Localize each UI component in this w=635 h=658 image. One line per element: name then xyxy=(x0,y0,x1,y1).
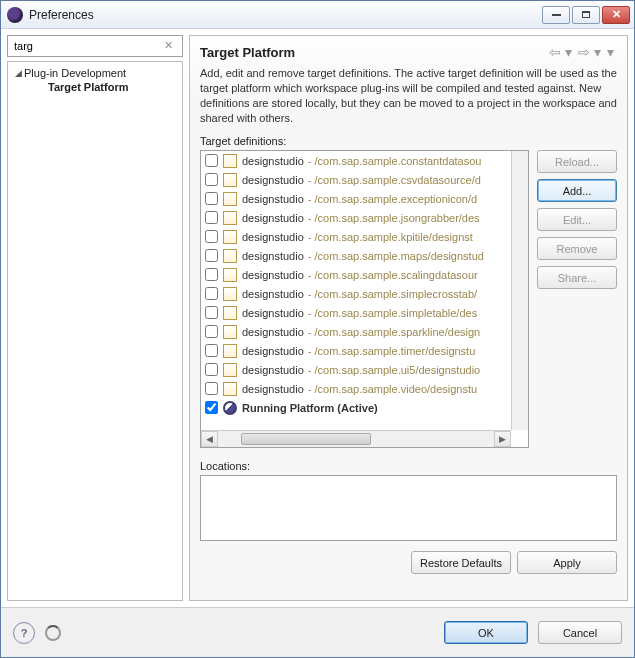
target-checkbox[interactable] xyxy=(205,306,218,319)
target-path: - /com.sap.sample.kpitile/designst xyxy=(308,231,473,243)
target-name: designstudio xyxy=(242,269,304,281)
progress-icon xyxy=(45,625,61,641)
target-checkbox[interactable] xyxy=(205,325,218,338)
cancel-button[interactable]: Cancel xyxy=(538,621,622,644)
restore-defaults-button[interactable]: Restore Defaults xyxy=(411,551,511,574)
target-checkbox[interactable] xyxy=(205,230,218,243)
scroll-left-icon[interactable]: ◀ xyxy=(201,431,218,447)
target-definition-row[interactable]: designstudio - /com.sap.sample.sparkline… xyxy=(201,322,511,341)
target-definition-row[interactable]: Running Platform (Active) xyxy=(201,398,511,417)
preference-tree[interactable]: ◢ Plug-in Development Target Platform xyxy=(7,61,183,601)
target-path: - /com.sap.sample.ui5/designstudio xyxy=(308,364,480,376)
page-title: Target Platform xyxy=(200,45,546,60)
target-name: designstudio xyxy=(242,193,304,205)
target-checkbox[interactable] xyxy=(205,382,218,395)
target-name: designstudio xyxy=(242,307,304,319)
target-checkbox[interactable] xyxy=(205,249,218,262)
target-checkbox[interactable] xyxy=(205,363,218,376)
target-definition-row[interactable]: designstudio - /com.sap.sample.csvdataso… xyxy=(201,170,511,189)
target-checkbox[interactable] xyxy=(205,344,218,357)
target-file-icon xyxy=(222,305,238,321)
menu-icon[interactable]: ▾ xyxy=(604,44,617,60)
target-checkbox[interactable] xyxy=(205,211,218,224)
target-name: designstudio xyxy=(242,155,304,167)
scroll-right-icon[interactable]: ▶ xyxy=(494,431,511,447)
target-definitions-list[interactable]: designstudio - /com.sap.sample.constantd… xyxy=(200,150,529,448)
minimize-button[interactable] xyxy=(542,6,570,24)
target-file-icon xyxy=(222,267,238,283)
target-checkbox[interactable] xyxy=(205,287,218,300)
target-file-icon xyxy=(222,229,238,245)
edit-button[interactable]: Edit... xyxy=(537,208,617,231)
platform-icon xyxy=(222,400,238,416)
target-definition-row[interactable]: designstudio - /com.sap.sample.video/des… xyxy=(201,379,511,398)
content-panel: Target Platform ⇦ ▾ ⇨ ▾ ▾ Add, edit and … xyxy=(189,35,628,601)
target-path: - /com.sap.sample.exceptionicon/d xyxy=(308,193,477,205)
target-path: - /com.sap.sample.simplecrosstab/ xyxy=(308,288,477,300)
target-name: designstudio xyxy=(242,364,304,376)
forward-icon[interactable]: ⇨ ▾ xyxy=(575,44,604,60)
target-name: designstudio xyxy=(242,231,304,243)
target-definition-row[interactable]: designstudio - /com.sap.sample.timer/des… xyxy=(201,341,511,360)
target-file-icon xyxy=(222,210,238,226)
target-checkbox[interactable] xyxy=(205,173,218,186)
target-definition-row[interactable]: designstudio - /com.sap.sample.kpitile/d… xyxy=(201,227,511,246)
filter-search[interactable]: ✕ xyxy=(7,35,183,57)
window-title: Preferences xyxy=(29,8,542,22)
target-name: designstudio xyxy=(242,212,304,224)
add-button[interactable]: Add... xyxy=(537,179,617,202)
share-button[interactable]: Share... xyxy=(537,266,617,289)
target-name: designstudio xyxy=(242,345,304,357)
target-name: designstudio xyxy=(242,174,304,186)
target-checkbox[interactable] xyxy=(205,401,218,414)
target-path: - /com.sap.sample.timer/designstu xyxy=(308,345,476,357)
target-definition-row[interactable]: designstudio - /com.sap.sample.scalingda… xyxy=(201,265,511,284)
maximize-button[interactable] xyxy=(572,6,600,24)
target-definition-row[interactable]: designstudio - /com.sap.sample.simplecro… xyxy=(201,284,511,303)
vertical-scrollbar[interactable] xyxy=(511,151,528,430)
scroll-thumb[interactable] xyxy=(241,433,371,445)
tree-item-plugin-dev[interactable]: ◢ Plug-in Development xyxy=(10,66,180,80)
eclipse-icon xyxy=(7,7,23,23)
target-name: designstudio xyxy=(242,383,304,395)
target-checkbox[interactable] xyxy=(205,192,218,205)
target-definition-row[interactable]: designstudio - /com.sap.sample.maps/desi… xyxy=(201,246,511,265)
titlebar: Preferences ✕ xyxy=(1,1,634,29)
target-definition-row[interactable]: designstudio - /com.sap.sample.exception… xyxy=(201,189,511,208)
target-name: designstudio xyxy=(242,326,304,338)
target-path: - /com.sap.sample.video/designstu xyxy=(308,383,477,395)
target-checkbox[interactable] xyxy=(205,154,218,167)
apply-button[interactable]: Apply xyxy=(517,551,617,574)
target-file-icon xyxy=(222,362,238,378)
page-description: Add, edit and remove target definitions.… xyxy=(200,66,617,125)
target-path: - /com.sap.sample.scalingdatasour xyxy=(308,269,478,281)
target-file-icon xyxy=(222,191,238,207)
tree-item-target-platform[interactable]: Target Platform xyxy=(10,80,180,94)
target-file-icon xyxy=(222,153,238,169)
target-file-icon xyxy=(222,172,238,188)
target-definition-row[interactable]: designstudio - /com.sap.sample.jsongrabb… xyxy=(201,208,511,227)
target-path: - /com.sap.sample.csvdatasource/d xyxy=(308,174,481,186)
horizontal-scrollbar[interactable]: ◀ ▶ xyxy=(201,430,511,447)
target-path: - /com.sap.sample.maps/designstud xyxy=(308,250,484,262)
close-button[interactable]: ✕ xyxy=(602,6,630,24)
target-definition-row[interactable]: designstudio - /com.sap.sample.simpletab… xyxy=(201,303,511,322)
target-definition-row[interactable]: designstudio - /com.sap.sample.ui5/desig… xyxy=(201,360,511,379)
tree-item-label: Target Platform xyxy=(48,81,128,93)
target-checkbox[interactable] xyxy=(205,268,218,281)
filter-input[interactable] xyxy=(12,39,164,53)
help-icon[interactable]: ? xyxy=(13,622,35,644)
target-path: - /com.sap.sample.jsongrabber/des xyxy=(308,212,480,224)
target-definition-row[interactable]: designstudio - /com.sap.sample.constantd… xyxy=(201,151,511,170)
reload-button[interactable]: Reload... xyxy=(537,150,617,173)
back-icon[interactable]: ⇦ ▾ xyxy=(546,44,575,60)
locations-box xyxy=(200,475,617,541)
expand-icon[interactable]: ◢ xyxy=(12,68,24,78)
ok-button[interactable]: OK xyxy=(444,621,528,644)
target-name: Running Platform (Active) xyxy=(242,402,378,414)
clear-icon[interactable]: ✕ xyxy=(164,39,178,53)
target-file-icon xyxy=(222,381,238,397)
remove-button[interactable]: Remove xyxy=(537,237,617,260)
target-path: - /com.sap.sample.sparkline/design xyxy=(308,326,480,338)
target-file-icon xyxy=(222,286,238,302)
